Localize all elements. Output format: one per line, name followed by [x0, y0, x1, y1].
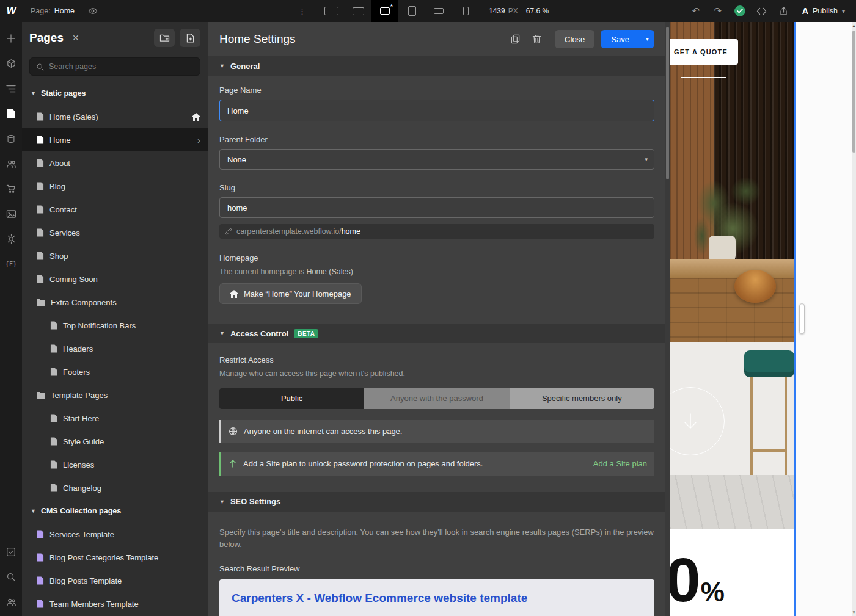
cms-page-icon: [37, 576, 44, 585]
page-name-input[interactable]: [219, 100, 654, 121]
static-pages-section[interactable]: ▼ Static pages: [22, 82, 208, 105]
general-section-header[interactable]: ▼ General: [208, 56, 665, 76]
undo-icon[interactable]: ↶: [686, 0, 706, 22]
cms-icon[interactable]: [0, 131, 22, 147]
page-name: Home: [54, 7, 75, 15]
share-export-icon[interactable]: [774, 0, 794, 22]
cms-item-blog-posts-template[interactable]: Blog Posts Template: [22, 569, 208, 592]
segment-label: Anyone with the password: [390, 394, 483, 403]
restrict-access-label: Restrict Access: [219, 355, 654, 364]
pages-search[interactable]: [29, 57, 200, 76]
canvas-dimensions[interactable]: 1439 PX 67.6 %: [489, 7, 549, 15]
counter-top: [670, 259, 794, 278]
duplicate-page-icon[interactable]: [511, 34, 520, 44]
home-icon: [230, 290, 238, 298]
page-item-footers[interactable]: Footers: [22, 360, 208, 383]
publish-button[interactable]: A Publish ▾: [796, 0, 849, 22]
breakpoint-large-desktop-icon[interactable]: [345, 0, 371, 22]
variables-icon[interactable]: {F}: [0, 256, 22, 272]
checklist-icon[interactable]: [0, 544, 22, 560]
search-input[interactable]: [49, 62, 194, 71]
seo-description: Specify this page's title and descriptio…: [219, 526, 654, 551]
page-item-licenses[interactable]: Licenses: [22, 453, 208, 476]
scroll-down-arrow-icon[interactable]: ▼: [852, 611, 856, 614]
community-icon[interactable]: [0, 594, 22, 610]
new-page-button[interactable]: [180, 29, 200, 47]
stool-leg: [750, 377, 753, 479]
breakpoint-xl-desktop-icon[interactable]: [318, 0, 345, 22]
add-site-plan-link[interactable]: Add a Site plan: [593, 459, 647, 468]
save-button[interactable]: Save: [601, 30, 640, 48]
page-item-home[interactable]: Home ›: [22, 128, 208, 151]
page-item-top-notification-bars[interactable]: Top Notification Bars: [22, 314, 208, 337]
pages-icon[interactable]: [0, 106, 22, 121]
page-item-changelog[interactable]: Changelog: [22, 476, 208, 499]
cms-item-blog-post-categories-template[interactable]: Blog Post Categories Template: [22, 546, 208, 569]
section-label: SEO Settings: [230, 497, 280, 506]
search-icon[interactable]: [0, 569, 22, 585]
close-panel-icon[interactable]: ✕: [72, 33, 79, 43]
page-item-services[interactable]: Services: [22, 221, 208, 244]
homepage-link[interactable]: Home (Sales): [306, 267, 353, 276]
seo-section-header[interactable]: ▼ SEO Settings: [208, 492, 665, 512]
components-icon[interactable]: [0, 56, 22, 71]
left-toolbar: {F}: [0, 22, 22, 616]
breakpoint-phone-landscape-icon[interactable]: [425, 0, 452, 22]
cms-item-team-members-template[interactable]: Team Members Template: [22, 592, 208, 615]
breakpoint-desktop-default-icon[interactable]: ★: [371, 0, 398, 22]
ecommerce-icon[interactable]: [0, 181, 22, 197]
preview-eye-icon[interactable]: [82, 0, 103, 22]
canvas-scrollbar[interactable]: ▲ ▼: [852, 22, 856, 616]
page-item-style-guide[interactable]: Style Guide: [22, 430, 208, 453]
settings-icon[interactable]: [0, 231, 22, 247]
save-label: Save: [611, 35, 629, 44]
scroll-up-arrow-icon[interactable]: ▲: [852, 24, 856, 27]
access-control-section-header[interactable]: ▼ Access Control BETA: [208, 324, 665, 343]
segment-public[interactable]: Public: [219, 388, 364, 409]
close-button[interactable]: Close: [555, 30, 594, 48]
settings-scrollbar[interactable]: [665, 22, 670, 616]
segment-password[interactable]: Anyone with the password: [364, 388, 509, 409]
folder-item-extra-components[interactable]: Extra Components: [22, 291, 208, 314]
page-item-label: Home (Sales): [49, 112, 98, 121]
public-access-text: Anyone on the internet can access this p…: [244, 427, 402, 436]
breakpoint-tablet-icon[interactable]: [398, 0, 425, 22]
folder-icon: [37, 391, 45, 399]
add-elements-icon[interactable]: [0, 31, 22, 46]
search-icon: [36, 63, 44, 71]
assets-icon[interactable]: [0, 206, 22, 222]
segment-members[interactable]: Specific members only: [510, 388, 654, 409]
parent-folder-select[interactable]: None ▾: [219, 149, 654, 170]
delete-page-icon[interactable]: [532, 34, 541, 44]
navigator-icon[interactable]: [0, 81, 22, 96]
redo-icon[interactable]: ↷: [708, 0, 728, 22]
get-a-quote-button[interactable]: GET A QUOTE: [670, 39, 738, 65]
page-item-label: Contact: [49, 205, 77, 214]
page-item-contact[interactable]: Contact: [22, 198, 208, 221]
canvas-scrollbar-thumb[interactable]: [852, 31, 855, 153]
page-item-headers[interactable]: Headers: [22, 337, 208, 360]
canvas-resize-handle[interactable]: [799, 303, 805, 334]
new-folder-button[interactable]: [154, 29, 175, 47]
webflow-logo-icon[interactable]: W: [0, 0, 23, 22]
breakpoint-phone-portrait-icon[interactable]: [452, 0, 479, 22]
code-export-icon[interactable]: [752, 0, 772, 22]
page-item-start-here[interactable]: Start Here: [22, 407, 208, 430]
users-icon[interactable]: [0, 156, 22, 172]
page-item-coming-soon[interactable]: Coming Soon: [22, 267, 208, 291]
page-icon: [50, 321, 57, 330]
folder-item-template-pages[interactable]: Template Pages: [22, 383, 208, 407]
make-homepage-button[interactable]: Make “Home” Your Homepage: [219, 283, 362, 304]
page-item-shop[interactable]: Shop: [22, 244, 208, 267]
settings-scrollbar-thumb[interactable]: [666, 27, 669, 179]
save-dropdown-button[interactable]: ▾: [640, 30, 654, 48]
cms-pages-section[interactable]: ▼ CMS Collection pages: [22, 499, 208, 523]
cms-item-services-template[interactable]: Services Template: [22, 523, 208, 546]
design-canvas[interactable]: GET A QUOTE 0 %: [670, 22, 852, 616]
page-item-home-sales[interactable]: Home (Sales): [22, 105, 208, 128]
stat-percent-sign: %: [701, 579, 725, 606]
page-item-about[interactable]: About: [22, 151, 208, 175]
slug-input[interactable]: [219, 197, 654, 218]
page-item-blog[interactable]: Blog: [22, 175, 208, 198]
page-selector[interactable]: Page: Home: [23, 0, 82, 22]
